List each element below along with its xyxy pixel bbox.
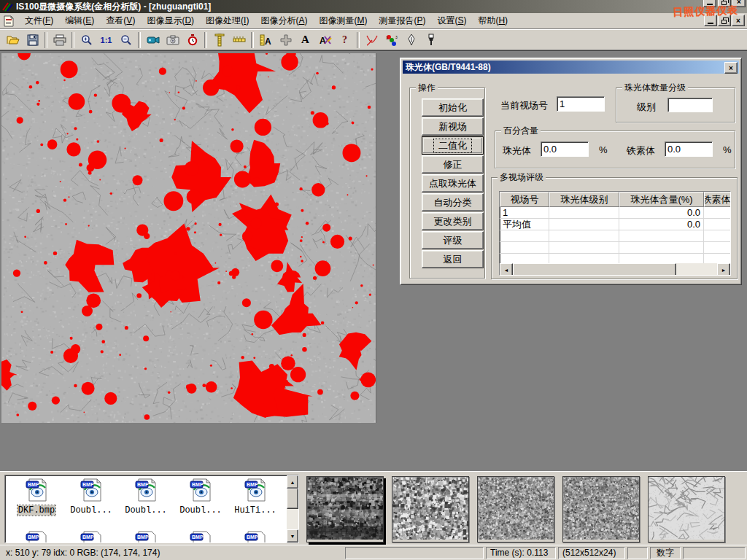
status-panel-empty <box>683 547 746 559</box>
cell: 1 <box>500 207 549 218</box>
file-item[interactable]: BMP Doubl... <box>66 478 117 516</box>
operations-group-label: 操作 <box>416 82 438 93</box>
file-list-scrollbar[interactable]: ▲ ▼ <box>287 475 298 542</box>
caliper-button[interactable] <box>209 31 229 50</box>
count-points-button[interactable]: 13 <box>382 31 401 50</box>
window-title: IS100显微摄像系统(金相分析版) - [zhuguangti01] <box>16 1 211 13</box>
mdi-close-icon: × <box>736 17 740 25</box>
scroll-down-button[interactable]: ▼ <box>287 529 298 542</box>
file-item[interactable]: BMP <box>11 531 62 543</box>
auto-classify-button[interactable]: 自动分类 <box>422 193 484 211</box>
thumbnail-2[interactable] <box>392 476 469 542</box>
table-row[interactable]: 1 0.0 <box>500 207 730 219</box>
bmp-file-icon: BMP <box>24 531 49 543</box>
add-text-button[interactable]: A <box>295 31 315 50</box>
thumbnail-3[interactable] <box>477 476 554 542</box>
scrollbar-track[interactable] <box>676 263 717 275</box>
file-item[interactable]: BMP DKF.bmp <box>11 478 62 516</box>
file-list[interactable]: BMP DKF.bmp BMP Doubl... BMP <box>4 475 299 543</box>
table-row[interactable]: 平均值 0.0 <box>500 219 730 230</box>
file-item[interactable]: BMP Doubl... <box>120 478 171 516</box>
file-item[interactable]: BMP <box>175 531 226 543</box>
camera-capture-button[interactable] <box>163 31 182 50</box>
scroll-left-icon: ◄ <box>504 268 509 273</box>
file-item[interactable]: BMP <box>66 531 117 543</box>
pick-pearlite-button[interactable]: 点取珠光体 <box>422 174 484 192</box>
save-button[interactable] <box>23 31 42 50</box>
col-field-no[interactable]: 视场号 <box>500 192 549 207</box>
video-capture-button[interactable] <box>143 31 163 50</box>
measure-label-button[interactable]: A <box>256 31 276 50</box>
menu-help[interactable]: 帮助(H) <box>472 13 514 28</box>
current-field-input[interactable] <box>557 96 605 112</box>
open-file-button[interactable] <box>3 31 23 50</box>
toolbar: 1:1 <box>0 29 747 50</box>
dialog-title-bar[interactable]: 珠光体(GB/T9441-88) × <box>403 61 739 74</box>
table-horizontal-scrollbar[interactable]: ◄ ► <box>500 263 730 275</box>
change-class-button[interactable]: 更改类别 <box>422 212 484 230</box>
percent-group: 百分含量 珠光体 % 铁素体 % <box>495 131 735 168</box>
ferrite-percent-input[interactable] <box>665 141 713 157</box>
brush-tool-button[interactable] <box>421 31 441 50</box>
menu-image-display[interactable]: 图像显示(D) <box>141 13 200 28</box>
binarize-button[interactable]: 二值化 <box>422 136 484 155</box>
timer-button[interactable] <box>182 31 202 50</box>
menu-file[interactable]: 文件(F) <box>19 13 59 28</box>
open-folder-icon <box>7 34 20 46</box>
zoom-out-button[interactable] <box>116 31 136 50</box>
delete-annotation-button[interactable]: A <box>315 31 335 50</box>
scroll-right-button[interactable]: ► <box>717 263 730 276</box>
return-button[interactable]: 返回 <box>422 250 484 268</box>
menu-settings[interactable]: 设置(S) <box>431 13 472 28</box>
actual-size-button[interactable]: 1:1 <box>96 31 116 50</box>
thumbnail-4[interactable] <box>562 476 640 542</box>
col-pearlite-level[interactable]: 珠光体级别 <box>549 192 619 207</box>
col-pearlite-content[interactable]: 珠光体含量(%) <box>619 192 704 207</box>
new-field-button[interactable]: 新视场 <box>422 117 484 136</box>
level-input[interactable] <box>667 98 713 112</box>
thumbnail-5[interactable] <box>648 476 725 542</box>
count-points-icon: 13 <box>385 34 398 46</box>
menu-image-measure[interactable]: 图像测量(M) <box>313 13 373 28</box>
time-status: Time (s): 0.113 <box>486 547 556 559</box>
pen-tool-button[interactable] <box>401 31 421 50</box>
correct-button[interactable]: 修正 <box>422 155 484 174</box>
menu-report[interactable]: 测量报告(P) <box>373 13 431 28</box>
scroll-up-button[interactable]: ▲ <box>287 475 298 489</box>
title-bar[interactable]: IS100显微摄像系统(金相分析版) - [zhuguangti01] × <box>0 0 747 13</box>
menu-image-analysis[interactable]: 图像分析(A) <box>255 13 313 28</box>
table-row[interactable] <box>500 230 730 242</box>
move-button[interactable] <box>276 31 295 50</box>
file-item[interactable]: BMP <box>230 531 281 543</box>
scroll-down-icon: ▼ <box>290 534 295 539</box>
ruler-button[interactable] <box>229 31 249 50</box>
file-item[interactable]: BMP Doubl... <box>175 478 226 516</box>
col-ferrite-content[interactable]: 铁素体含量(%) <box>704 192 731 207</box>
micrograph-canvas[interactable] <box>1 53 376 423</box>
print-button[interactable] <box>50 31 69 50</box>
menu-view[interactable]: 查看(V) <box>100 13 141 28</box>
dialog-close-button[interactable]: × <box>724 62 738 74</box>
file-item[interactable]: BMP HuiTi... <box>230 478 281 516</box>
initialize-button[interactable]: 初始化 <box>422 98 484 117</box>
pearlite-percent-input[interactable] <box>541 141 589 157</box>
help-button[interactable]: ? <box>335 31 355 50</box>
scrollbar-thumb[interactable] <box>287 489 298 509</box>
table-row[interactable] <box>500 242 730 254</box>
button-label: 点取珠光体 <box>429 177 476 190</box>
rate-button[interactable]: 评级 <box>422 231 484 249</box>
cell <box>619 242 704 253</box>
thumbnail-1[interactable] <box>306 476 384 542</box>
svg-text:BMP: BMP <box>28 534 39 540</box>
toolbar-separator <box>44 32 47 48</box>
thumbnail-canvas <box>649 477 724 540</box>
spline-tool-button[interactable] <box>362 31 382 50</box>
scrollbar-thumb[interactable] <box>513 263 676 276</box>
scroll-left-button[interactable]: ◄ <box>500 263 513 276</box>
zoom-in-button[interactable] <box>77 31 96 50</box>
menu-image-processing[interactable]: 图像处理(I) <box>200 13 255 28</box>
ferrite-unit: % <box>723 144 732 155</box>
camera-icon <box>166 35 179 45</box>
menu-edit[interactable]: 编辑(E) <box>59 13 100 28</box>
file-item[interactable]: BMP <box>120 531 171 543</box>
